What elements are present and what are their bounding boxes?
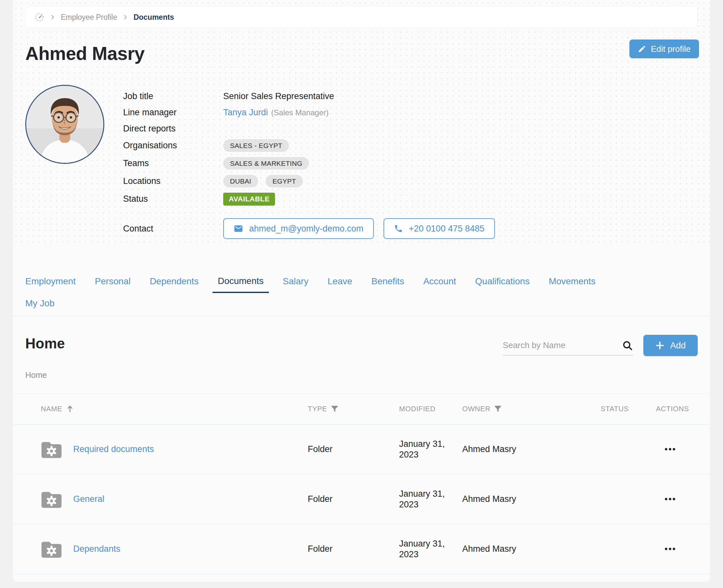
add-button[interactable]: Add [643, 335, 698, 356]
gauge-icon[interactable] [35, 12, 44, 22]
field-label: Organisations [123, 141, 223, 151]
documents-title: Home [25, 335, 65, 352]
main-card: › Employee Profile › Documents Ahmed Mas… [13, 0, 710, 582]
chevron-right-icon: › [51, 11, 55, 21]
field-label: Line manager [123, 107, 223, 118]
field-locations: Locations DUBAI EGYPT [123, 172, 698, 190]
column-actions: ACTIONS [647, 405, 698, 413]
breadcrumb-documents: Documents [133, 13, 174, 22]
sort-ascending-icon[interactable] [66, 405, 74, 413]
avatar [25, 85, 104, 164]
field-label: Locations [123, 176, 223, 186]
folder-path[interactable]: Home [25, 371, 698, 380]
tab-documents[interactable]: Documents [212, 273, 269, 293]
column-status: STATUS [601, 405, 647, 413]
line-manager-link[interactable]: Tanya Jurdi [223, 107, 268, 117]
table-row: Dependants Folder January 31, 2023 Ahmed… [13, 524, 710, 574]
team-tag: SALES & MARKETING [223, 157, 309, 170]
tab-salary[interactable]: Salary [283, 273, 308, 293]
tab-dependents[interactable]: Dependents [150, 273, 199, 293]
more-actions-icon[interactable]: ••• [647, 494, 694, 504]
column-name[interactable]: NAME [41, 405, 308, 413]
field-status: Status AVAILABLE [123, 190, 698, 208]
location-tag: DUBAI [223, 175, 258, 187]
add-label: Add [670, 341, 686, 351]
folder-settings-icon [41, 440, 62, 459]
column-modified: MODIFIED [399, 405, 462, 413]
folder-settings-icon [41, 490, 62, 509]
documents-section: Home [13, 316, 710, 574]
folder-link[interactable]: Required documents [73, 444, 154, 454]
edit-profile-label: Edit profile [651, 44, 690, 54]
chevron-right-icon: › [124, 11, 127, 21]
field-label: Teams [123, 158, 223, 168]
tab-employment[interactable]: Employment [25, 273, 76, 293]
owner-cell: Ahmed Masry [462, 494, 601, 504]
email-button[interactable]: ahmed_m@yomly-demo.com [223, 218, 374, 239]
tab-movements[interactable]: Movements [549, 273, 596, 293]
location-tag: EGYPT [266, 175, 303, 187]
type-cell: Folder [308, 494, 399, 504]
breadcrumb-employee-profile[interactable]: Employee Profile [61, 13, 117, 22]
field-organisations: Organisations SALES - EGYPT [123, 136, 698, 154]
status-badge: AVAILABLE [223, 193, 275, 206]
field-label: Job title [123, 91, 223, 101]
modified-cell: January 31, 2023 [399, 439, 448, 460]
page-title: Ahmed Masry [25, 43, 698, 64]
profile-fields: Job title Senior Sales Representative Li… [123, 85, 698, 239]
documents-table: NAME TYPE MODIFIED [13, 393, 710, 574]
type-cell: Folder [308, 444, 399, 454]
field-label: Contact [123, 224, 223, 234]
column-owner: OWNER [462, 405, 601, 413]
phone-button[interactable]: +20 0100 475 8485 [384, 218, 495, 239]
field-teams: Teams SALES & MARKETING [123, 154, 698, 172]
table-row: Required documents Folder January 31, 20… [13, 424, 710, 474]
plus-icon [655, 341, 664, 350]
tab-leave[interactable]: Leave [328, 273, 352, 293]
pencil-icon [638, 45, 646, 53]
field-label: Direct reports [123, 124, 223, 134]
table-row: General Folder January 31, 2023 Ahmed Ma… [13, 474, 710, 524]
owner-cell: Ahmed Masry [462, 444, 601, 454]
more-actions-icon[interactable]: ••• [647, 444, 694, 454]
phone-value: +20 0100 475 8485 [409, 224, 484, 234]
organisation-tag: SALES - EGYPT [223, 139, 289, 152]
folder-link[interactable]: Dependants [73, 544, 121, 554]
profile-tabs: Employment Personal Dependents Documents… [13, 273, 710, 316]
envelope-icon [233, 224, 243, 233]
edit-profile-button[interactable]: Edit profile [629, 40, 699, 58]
filter-icon[interactable] [331, 405, 338, 413]
tab-benefits[interactable]: Benefits [371, 273, 404, 293]
field-direct-reports: Direct reports [123, 121, 698, 136]
folder-link[interactable]: General [73, 494, 104, 504]
folder-settings-icon [41, 540, 62, 559]
job-title-value: Senior Sales Representative [223, 91, 334, 101]
type-cell: Folder [308, 544, 399, 554]
table-header: NAME TYPE MODIFIED [13, 393, 710, 424]
search-icon[interactable] [622, 340, 633, 351]
tab-account[interactable]: Account [424, 273, 456, 293]
owner-cell: Ahmed Masry [462, 544, 601, 554]
more-actions-icon[interactable]: ••• [647, 544, 694, 554]
breadcrumb: › Employee Profile › Documents [25, 6, 698, 28]
profile-header-section: › Employee Profile › Documents Ahmed Mas… [13, 0, 710, 243]
phone-icon [394, 224, 403, 233]
email-value: ahmed_m@yomly-demo.com [249, 224, 364, 234]
tab-qualifications[interactable]: Qualifications [475, 273, 530, 293]
tab-my-job[interactable]: My Job [25, 293, 55, 316]
tab-personal[interactable]: Personal [95, 273, 131, 293]
field-contact: Contact ahmed_m@yomly-demo.com [123, 218, 698, 239]
column-type: TYPE [308, 405, 399, 413]
modified-cell: January 31, 2023 [399, 489, 448, 510]
field-line-manager: Line manager Tanya Jurdi(Sales Manager) [123, 104, 698, 121]
line-manager-role: (Sales Manager) [271, 108, 328, 117]
modified-cell: January 31, 2023 [399, 539, 448, 560]
field-label: Status [123, 194, 223, 204]
filter-icon[interactable] [494, 405, 501, 413]
field-job-title: Job title Senior Sales Representative [123, 88, 698, 104]
search-input[interactable] [503, 340, 622, 350]
search-field [503, 335, 633, 356]
